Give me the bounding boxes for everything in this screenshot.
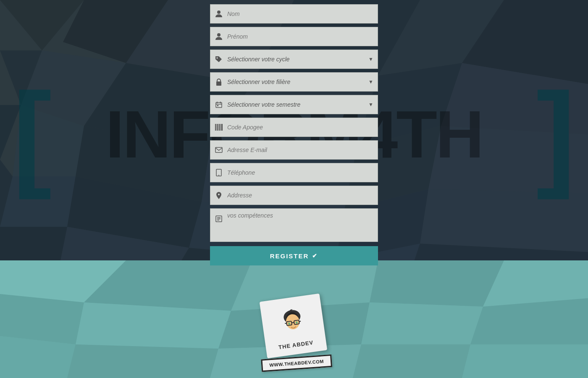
svg-rect-57	[220, 124, 221, 131]
svg-rect-55	[218, 124, 219, 131]
cycle-select-wrapper: Sélectionner votre cycle Licence Master …	[225, 50, 375, 68]
register-button[interactable]: REGISTER ✔	[210, 246, 378, 265]
list-icon	[213, 213, 225, 225]
adresse-row	[210, 186, 378, 205]
email-icon	[213, 144, 225, 156]
svg-point-61	[218, 194, 220, 195]
svg-point-47	[217, 33, 220, 37]
svg-marker-45	[462, 344, 588, 378]
competences-textarea[interactable]	[225, 212, 375, 239]
svg-marker-34	[370, 260, 504, 307]
competences-row	[210, 208, 378, 242]
svg-line-71	[285, 323, 286, 324]
bracket-left: [	[13, 67, 52, 202]
user-icon-2	[213, 31, 225, 42]
tag-icon	[213, 53, 225, 65]
cycle-row: Sélectionner votre cycle Licence Master …	[210, 50, 378, 69]
user-icon	[213, 8, 225, 20]
location-icon	[213, 189, 225, 201]
filiere-select[interactable]: Sélectionner votre filière Informatique …	[225, 73, 375, 91]
telephone-input[interactable]	[225, 163, 375, 182]
barcode-icon	[213, 121, 225, 133]
svg-rect-56	[219, 124, 220, 131]
adresse-input[interactable]	[225, 186, 375, 205]
svg-marker-44	[353, 344, 470, 378]
svg-line-72	[299, 321, 301, 322]
svg-point-46	[217, 10, 220, 14]
svg-rect-54	[217, 124, 218, 131]
brand-card: THE ABDEV WWW.THEABDEV.COM	[245, 294, 343, 374]
brand-url: WWW.THEABDEV.COM	[269, 359, 324, 368]
svg-line-70	[291, 323, 294, 323]
svg-rect-52	[215, 124, 216, 131]
telephone-row	[210, 163, 378, 182]
svg-rect-51	[217, 105, 218, 106]
code-apogee-input[interactable]	[225, 118, 375, 136]
filiere-row: Sélectionner votre filière Informatique …	[210, 72, 378, 92]
brand-name: THE ABDEV	[278, 339, 314, 350]
prenom-input[interactable]	[225, 27, 375, 46]
lock-icon	[213, 76, 225, 88]
code-apogee-row	[210, 118, 378, 137]
email-row	[210, 140, 378, 160]
svg-rect-50	[216, 102, 222, 108]
register-label: REGISTER	[270, 252, 309, 260]
svg-rect-59	[215, 147, 222, 152]
brand-avatar	[274, 304, 312, 341]
brand-card-inner: THE ABDEV	[260, 294, 327, 359]
registration-form: Sélectionner votre cycle Licence Master …	[210, 4, 378, 265]
phone-icon	[213, 167, 225, 178]
semestre-select-wrapper: Sélectionner votre semestre S1 S2 S3 S4 …	[225, 95, 375, 114]
svg-rect-53	[216, 124, 217, 131]
svg-point-48	[217, 58, 218, 59]
nom-input[interactable]	[225, 5, 375, 23]
filiere-select-wrapper: Sélectionner votre filière Informatique …	[225, 73, 375, 91]
svg-rect-49	[216, 81, 221, 86]
svg-marker-39	[361, 302, 483, 344]
svg-point-60	[218, 175, 219, 176]
svg-rect-58	[221, 124, 223, 131]
cycle-select[interactable]: Sélectionner votre cycle Licence Master …	[225, 50, 375, 68]
nom-row	[210, 4, 378, 24]
semestre-select[interactable]: Sélectionner votre semestre S1 S2 S3 S4 …	[225, 95, 375, 114]
bracket-right: ]	[536, 67, 575, 202]
semestre-row: Sélectionner votre semestre S1 S2 S3 S4 …	[210, 95, 378, 114]
svg-marker-42	[67, 344, 218, 378]
svg-marker-36	[0, 294, 84, 344]
prenom-row	[210, 27, 378, 46]
email-input[interactable]	[225, 141, 375, 159]
calendar-icon	[213, 99, 225, 110]
check-icon: ✔	[312, 252, 318, 259]
